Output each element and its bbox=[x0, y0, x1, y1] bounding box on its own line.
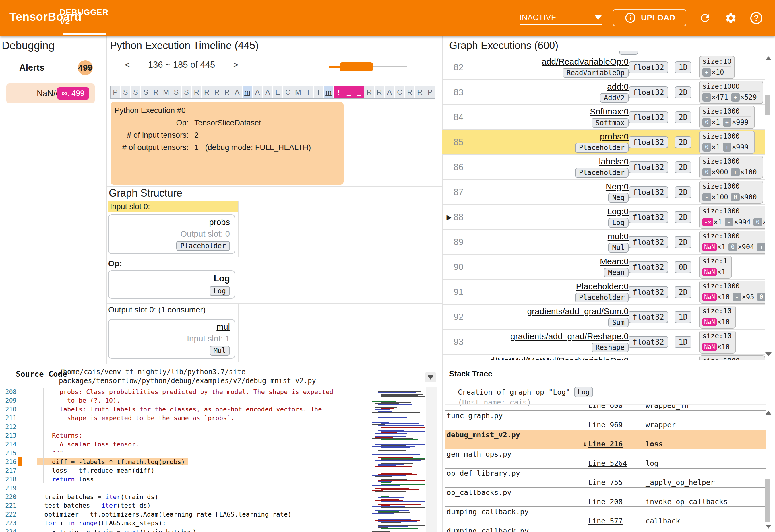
code-line[interactable]: 220 train_batches = iter(train_ds) bbox=[0, 492, 370, 501]
code-line[interactable]: 214 A scalar loss tensor. bbox=[0, 440, 370, 449]
code-line[interactable]: 223 for i in range(FLAGS.max_steps): bbox=[0, 519, 370, 528]
op-name-link[interactable]: Placeholder:0 bbox=[576, 281, 629, 291]
timeline-cell[interactable]: R bbox=[364, 86, 374, 98]
line-link[interactable]: Line 5264 bbox=[588, 459, 636, 467]
op-name-link[interactable]: Log:0 bbox=[607, 207, 629, 216]
timeline-cell[interactable]: C bbox=[395, 86, 405, 98]
timeline-cell[interactable]: S bbox=[131, 86, 141, 98]
op-name-link[interactable]: mul:0 bbox=[608, 232, 629, 241]
op-name-link[interactable]: Softmax:0 bbox=[590, 107, 629, 117]
code-line[interactable]: 210 labels: Truth labels for the classes… bbox=[0, 405, 370, 414]
op-name-link[interactable]: probs:0 bbox=[600, 132, 629, 141]
timeline-cell[interactable]: S bbox=[121, 86, 131, 98]
graph-execution-row[interactable]: 87 Neg:0 Neg float32 2D size:1000 bbox=[442, 180, 765, 205]
scrollbar-down-arrow[interactable] bbox=[765, 525, 772, 529]
op-name-link[interactable]: gradients/add_grad/Reshape:0 bbox=[510, 331, 629, 341]
line-link[interactable]: Line 216 bbox=[588, 440, 636, 448]
help-icon[interactable]: ? bbox=[750, 11, 763, 25]
stack-frame-line[interactable]: Line 577 callback bbox=[446, 516, 766, 526]
stack-frame-line[interactable]: Line 5264 log bbox=[446, 459, 766, 468]
code-line[interactable]: 212 bbox=[0, 422, 370, 431]
timeline-cell[interactable]: m bbox=[324, 86, 334, 98]
op-name-link[interactable]: add:0 bbox=[607, 82, 629, 92]
graph-execution-row[interactable]: 90 Mean:0 Mean float32 0D size:1 bbox=[442, 255, 765, 280]
timeline-cell[interactable]: A bbox=[384, 86, 395, 98]
op-name-link[interactable]: labels:0 bbox=[599, 157, 629, 166]
timeline-cell[interactable]: ! bbox=[334, 86, 344, 98]
timeline-cell[interactable]: A bbox=[232, 86, 242, 98]
code-line[interactable]: 211 shape is expected to be the same as … bbox=[0, 414, 370, 423]
line-link[interactable]: Line 969 bbox=[588, 421, 636, 429]
code-line[interactable]: 222 optimizer = tf.optimizers.Adam(learn… bbox=[0, 510, 370, 519]
code-line[interactable]: 224 x_train, y_train = next(train_batche… bbox=[0, 527, 370, 532]
timeline-cell[interactable]: P bbox=[110, 86, 121, 98]
tab-debugger-v2[interactable]: DEBUGGER V2 bbox=[63, 0, 106, 34]
stack-frame-line[interactable]: Line 208 invoke_op_callbacks bbox=[446, 497, 766, 506]
stack-frame-line[interactable]: Line 755 _apply_op_helper bbox=[446, 478, 766, 487]
graph-execution-row[interactable]: 84 Softmax:0 Softmax float32 2D size:100… bbox=[442, 105, 765, 130]
graph-execution-row[interactable]: 85 probs:0 Placeholder float32 2D size:1… bbox=[442, 130, 765, 155]
consumer-op-card[interactable]: mul Input slot: 1 Mul bbox=[108, 319, 235, 359]
code-minimap[interactable] bbox=[371, 389, 426, 532]
line-link[interactable]: Line 208 bbox=[588, 498, 636, 506]
timeline-cell[interactable]: m bbox=[242, 86, 252, 98]
pager-next-button[interactable]: > bbox=[230, 60, 241, 70]
timeline-cell[interactable]: S bbox=[141, 86, 151, 98]
code-line[interactable]: 216 diff = -labels * tf.math.log(probs) bbox=[0, 457, 370, 466]
op-name-link[interactable]: gradients/add_grad/Sum:0 bbox=[527, 306, 629, 316]
line-link[interactable]: Line 600 bbox=[588, 404, 636, 410]
op-name-link[interactable]: d/MatMul/MatMul/ReadVariableOp:0 bbox=[490, 356, 629, 360]
timeline-slider-thumb[interactable] bbox=[339, 62, 373, 71]
code-line[interactable]: 219 bbox=[0, 484, 370, 493]
timeline-cell[interactable]: _ bbox=[344, 86, 354, 98]
timeline-cell[interactable]: R bbox=[415, 86, 425, 98]
timeline-cell[interactable]: R bbox=[202, 86, 212, 98]
graph-execution-row[interactable]: 93 gradients/add_grad/Reshape:0 Reshape … bbox=[442, 330, 765, 355]
stack-frame-line[interactable]: Line 600 wrapped_fn bbox=[446, 404, 766, 410]
timeline-cell[interactable]: S bbox=[171, 86, 181, 98]
input-op-link[interactable]: probs bbox=[209, 218, 230, 227]
op-name-link[interactable]: add/ReadVariableOp:0 bbox=[542, 57, 629, 67]
code-editor[interactable]: 208 probs: Class probabilities predicted… bbox=[0, 387, 370, 532]
timeline-cell[interactable]: C bbox=[283, 86, 293, 98]
timeline-cell[interactable]: R bbox=[222, 86, 232, 98]
graph-execution-row[interactable]: 83 add:0 AddV2 float32 2D size:1000 bbox=[442, 80, 765, 105]
graph-execution-row[interactable]: 89 mul:0 Mul float32 2D size:1000 bbox=[442, 230, 765, 255]
scrollbar-up-arrow[interactable] bbox=[765, 411, 772, 415]
timeline-cell[interactable]: R bbox=[151, 86, 161, 98]
pager-prev-button[interactable]: < bbox=[122, 60, 133, 70]
scrollbar-up-arrow[interactable] bbox=[765, 56, 772, 60]
timeline-cell[interactable]: A bbox=[252, 86, 263, 98]
editor-scrollbar-track[interactable] bbox=[426, 387, 437, 532]
graph-execution-row[interactable]: ▶ 88 Log:0 Log float32 2D size:1000 bbox=[442, 205, 765, 230]
stack-trace-scrollbar[interactable] bbox=[765, 479, 770, 522]
timeline-cell[interactable]: A bbox=[263, 86, 273, 98]
timeline-cell[interactable]: _ bbox=[354, 86, 364, 98]
graph-execution-row-partial[interactable]: d/MatMul/MatMul/ReadVariableOp:0 size:50… bbox=[442, 355, 765, 360]
current-op-card[interactable]: Log Log bbox=[108, 270, 235, 299]
graph-execution-row[interactable]: 92 gradients/add_grad/Sum:0 Sum float32 … bbox=[442, 305, 765, 330]
timeline-cell[interactable]: M bbox=[293, 86, 303, 98]
upload-button[interactable]: UPLOAD bbox=[613, 9, 686, 26]
stack-frame-line[interactable]: ↓ Line 216 loss bbox=[446, 439, 766, 449]
timeline-cell[interactable]: R bbox=[212, 86, 222, 98]
op-name-link[interactable]: Neg:0 bbox=[606, 182, 629, 191]
timeline-cell[interactable]: R bbox=[374, 86, 384, 98]
alerts-row[interactable]: Alerts 499 bbox=[0, 59, 106, 76]
graph-executions-scrollbar[interactable] bbox=[765, 95, 770, 115]
refresh-icon[interactable] bbox=[698, 11, 712, 25]
timeline-cell[interactable]: R bbox=[192, 86, 202, 98]
code-line[interactable]: 208 probs: Class probabilities predicted… bbox=[0, 387, 370, 396]
line-link[interactable]: Line 755 bbox=[588, 478, 636, 487]
timeline-cell[interactable]: P bbox=[426, 86, 435, 98]
input-op-card[interactable]: probs Output slot: 0 Placeholder bbox=[108, 214, 235, 254]
code-line[interactable]: 217 loss = tf.reduce_mean(diff) bbox=[0, 466, 370, 475]
run-status-dropdown[interactable]: INACTIVE bbox=[520, 11, 602, 25]
timeline-cell[interactable]: E bbox=[273, 86, 283, 98]
timeline-cell[interactable]: I bbox=[314, 86, 324, 98]
op-name-link[interactable]: Mean:0 bbox=[600, 257, 629, 266]
code-line[interactable]: 209 to be (?, 10). bbox=[0, 396, 370, 405]
graph-execution-row[interactable]: 91 Placeholder:0 Placeholder float32 2D … bbox=[442, 280, 765, 305]
collapse-editor-button[interactable] bbox=[425, 372, 436, 382]
code-line[interactable]: 215 """ bbox=[0, 449, 370, 458]
